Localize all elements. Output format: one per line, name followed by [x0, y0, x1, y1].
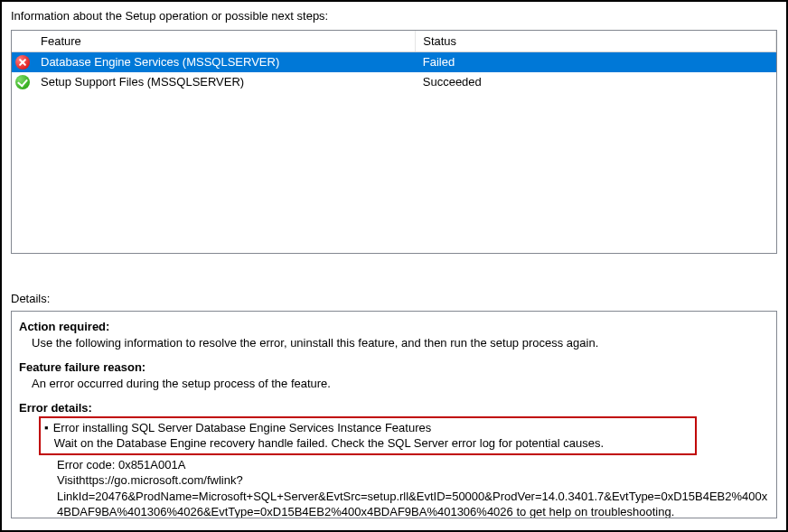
- error-icon: [15, 55, 30, 70]
- feature-cell: Setup Support Files (MSSQLSERVER): [33, 72, 416, 92]
- failure-reason-body: An error occurred during the setup proce…: [19, 376, 769, 392]
- table-row[interactable]: Setup Support Files (MSSQLSERVER) Succee…: [12, 72, 776, 92]
- feature-cell: Database Engine Services (MSSQLSERVER): [33, 52, 416, 72]
- bullet-icon: ▪: [44, 420, 50, 436]
- status-cell: Succeeded: [416, 72, 776, 92]
- error-line-2: Wait on the Database Engine recovery han…: [54, 436, 604, 450]
- success-icon: [15, 75, 30, 89]
- status-cell: Failed: [416, 52, 776, 72]
- col-status-header[interactable]: Status: [416, 31, 776, 52]
- col-icon-header[interactable]: [12, 31, 33, 52]
- error-code: Error code: 0x851A001A: [32, 457, 769, 473]
- details-panel[interactable]: Action required: Use the following infor…: [11, 311, 777, 518]
- error-help-link: Visithttps://go.microsoft.com/fwlink?Lin…: [32, 472, 769, 518]
- feature-status-table[interactable]: Feature Status Database Engine Services …: [11, 30, 777, 254]
- error-details-title: Error details:: [19, 400, 769, 416]
- action-required-body: Use the following information to resolve…: [19, 335, 769, 351]
- table-row[interactable]: Database Engine Services (MSSQLSERVER) F…: [12, 52, 776, 72]
- error-highlight-box: ▪ Error installing SQL Server Database E…: [39, 416, 697, 455]
- failure-reason-title: Feature failure reason:: [19, 359, 769, 376]
- details-label: Details:: [11, 292, 777, 305]
- error-line-1: Error installing SQL Server Database Eng…: [53, 421, 432, 434]
- action-required-title: Action required:: [19, 319, 769, 335]
- col-feature-header[interactable]: Feature: [33, 31, 416, 52]
- page-heading: Information about the Setup operation or…: [11, 9, 777, 23]
